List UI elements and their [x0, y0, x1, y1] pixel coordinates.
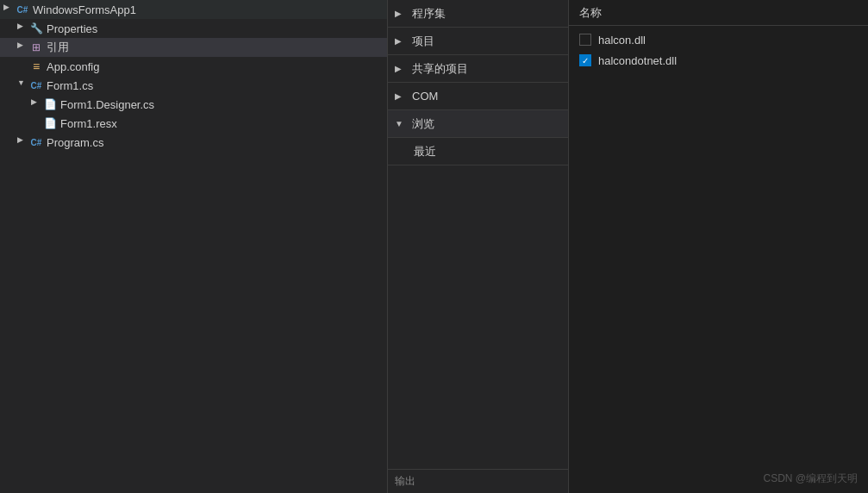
section-arrow-projects: ▶: [395, 36, 407, 46]
watermark: CSDN @编程到天明: [763, 471, 858, 486]
section-assemblies[interactable]: ▶程序集: [388, 0, 568, 28]
tree-arrow-form1designer: ▶: [31, 97, 43, 111]
bottom-bar-label: 输出: [395, 474, 415, 489]
tree-arrow-references: ▶: [17, 41, 29, 54]
tree-item-appconfig[interactable]: ≡App.config: [0, 57, 387, 76]
tree-icon-references: ⊞: [29, 41, 43, 54]
tree-item-properties[interactable]: ▶🔧Properties: [0, 19, 387, 38]
tree-item-references[interactable]: ▶⊞引用: [0, 38, 387, 57]
section-label-shared: 共享的项目: [412, 61, 468, 77]
tree-arrow-programcs: ▶: [17, 135, 29, 149]
tree-item-programcs[interactable]: ▶C#Program.cs: [0, 133, 387, 152]
reference-manager-left: ▶程序集▶项目▶共享的项目▶COM▼浏览最近 输出: [388, 0, 569, 493]
tree-item-form1cs[interactable]: ▼C#Form1.cs: [0, 76, 387, 95]
dll-list: halcon.dll✓halcondotnet.dll: [569, 26, 868, 493]
dll-item-halcon[interactable]: halcon.dll: [569, 29, 868, 50]
name-column-header: 名称: [579, 5, 602, 21]
tree-icon-appconfig: ≡: [29, 59, 43, 73]
tree-label-windowsformsapp1: WindowsFormsApp1: [33, 3, 136, 16]
dll-item-halcondotnet[interactable]: ✓halcondotnet.dll: [569, 50, 868, 71]
tree-arrow-windowsformsapp1: ▶: [3, 3, 16, 16]
tree-icon-windowsformsapp1: C#: [16, 3, 29, 16]
tree-arrow-properties: ▶: [17, 22, 29, 35]
tree-label-properties: Properties: [47, 22, 97, 35]
tree-arrow-form1resx: [31, 116, 43, 130]
section-arrow-com: ▶: [395, 91, 407, 101]
tree-label-form1resx: Form1.resx: [60, 117, 117, 130]
checkbox-halcondotnet[interactable]: ✓: [579, 54, 591, 66]
section-label-projects: 项目: [412, 34, 434, 49]
right-header: 名称: [569, 0, 868, 26]
tree-item-form1designer[interactable]: ▶📄Form1.Designer.cs: [0, 95, 387, 114]
section-browse-recent[interactable]: 最近: [388, 138, 568, 165]
section-com[interactable]: ▶COM: [388, 83, 568, 110]
tree-icon-form1designer: 📄: [43, 97, 57, 111]
bottom-bar: 输出: [388, 469, 568, 493]
tree-icon-programcs: C#: [29, 135, 43, 149]
dll-label-halcondotnet: halcondotnet.dll: [598, 54, 677, 67]
solution-explorer: ▶C#WindowsFormsApp1▶🔧Properties▶⊞引用≡App.…: [0, 0, 388, 493]
section-shared[interactable]: ▶共享的项目: [388, 55, 568, 83]
tree-icon-form1cs: C#: [29, 78, 43, 92]
tree-label-appconfig: App.config: [47, 60, 99, 73]
section-browse[interactable]: ▼浏览: [388, 110, 568, 138]
tree-item-windowsformsapp1[interactable]: ▶C#WindowsFormsApp1: [0, 0, 387, 19]
section-label-assemblies: 程序集: [412, 6, 446, 22]
section-arrow-browse: ▼: [395, 119, 407, 128]
tree-label-references: 引用: [47, 40, 69, 55]
reference-list-panel: 名称 halcon.dll✓halcondotnet.dll: [569, 0, 868, 493]
section-projects[interactable]: ▶项目: [388, 28, 568, 55]
tree-icon-properties: 🔧: [29, 22, 43, 35]
section-label-com: COM: [412, 90, 438, 103]
section-arrow-shared: ▶: [395, 64, 407, 73]
tree-arrow-form1cs: ▼: [17, 78, 29, 92]
section-arrow-assemblies: ▶: [395, 9, 407, 18]
section-label-browse: 浏览: [412, 116, 434, 132]
tree-label-form1designer: Form1.Designer.cs: [60, 98, 154, 111]
tree-label-form1cs: Form1.cs: [47, 79, 93, 92]
dll-label-halcon: halcon.dll: [598, 34, 646, 47]
tree-arrow-appconfig: [17, 59, 29, 73]
checkbox-halcon[interactable]: [579, 34, 591, 46]
tree-icon-form1resx: 📄: [43, 116, 57, 130]
tree-item-form1resx[interactable]: 📄Form1.resx: [0, 114, 387, 133]
tree-label-programcs: Program.cs: [47, 136, 103, 149]
browse-recent-label: 最近: [414, 144, 436, 159]
